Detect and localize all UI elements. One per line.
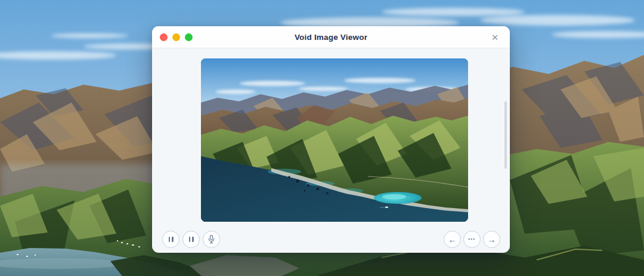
image-viewport xyxy=(201,58,468,222)
pause-icon xyxy=(189,237,194,242)
traffic-lights xyxy=(160,26,193,48)
close-button[interactable]: × xyxy=(488,26,502,48)
titlebar[interactable]: Void Image Viewor × xyxy=(152,26,510,48)
ellipsis-icon: ••• xyxy=(469,237,476,241)
navigation-controls: ← ••• → xyxy=(444,231,500,248)
arrow-right-icon: → xyxy=(488,235,496,243)
back-button[interactable]: ← xyxy=(444,231,461,248)
microphone-icon xyxy=(208,235,215,244)
close-traffic-light[interactable] xyxy=(160,33,168,41)
mic-button[interactable] xyxy=(203,231,220,248)
image-viewer-window: Void Image Viewor × xyxy=(152,26,510,253)
pause-button-1[interactable] xyxy=(162,231,179,248)
scrollbar-thumb[interactable] xyxy=(504,101,507,169)
minimize-traffic-light[interactable] xyxy=(172,33,180,41)
viewer-image xyxy=(201,58,468,222)
playback-controls xyxy=(162,231,220,248)
pause-button-2[interactable] xyxy=(182,231,200,248)
close-icon: × xyxy=(491,32,498,43)
window-title: Void Image Viewor xyxy=(295,33,367,42)
desktop: Void Image Viewor × xyxy=(0,0,644,276)
pause-icon xyxy=(169,237,174,242)
arrow-left-icon: ← xyxy=(448,235,457,243)
forward-button[interactable]: → xyxy=(483,231,500,248)
zoom-traffic-light[interactable] xyxy=(185,33,193,41)
more-button[interactable]: ••• xyxy=(463,231,481,248)
